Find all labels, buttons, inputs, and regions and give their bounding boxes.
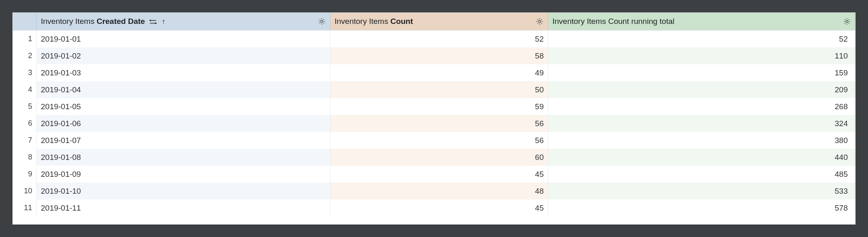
header-created-date-bold: Created Date bbox=[97, 17, 145, 26]
cell-count[interactable]: 58 bbox=[330, 47, 548, 64]
cell-running-total[interactable]: 324 bbox=[548, 115, 855, 132]
table-row: 102019-01-1048533 bbox=[13, 183, 855, 199]
svg-point-6 bbox=[846, 20, 848, 22]
data-table-panel: Inventory Items Created Date ↑ bbox=[12, 12, 856, 225]
row-number: 8 bbox=[13, 149, 37, 166]
cell-running-total[interactable]: 268 bbox=[548, 98, 855, 115]
gear-icon[interactable] bbox=[843, 17, 851, 26]
cell-count[interactable]: 45 bbox=[330, 166, 548, 183]
row-number: 11 bbox=[13, 199, 37, 216]
svg-rect-2 bbox=[149, 20, 151, 21]
table-row: 52019-01-0559268 bbox=[13, 98, 855, 115]
cell-count[interactable]: 52 bbox=[330, 31, 548, 47]
table-row: 62019-01-0656324 bbox=[13, 115, 855, 132]
row-number: 10 bbox=[13, 183, 37, 199]
cell-running-total[interactable]: 209 bbox=[548, 81, 855, 98]
cell-created-date[interactable]: 2019-01-09 bbox=[37, 166, 330, 183]
table-body: 12019-01-01525222019-01-025811032019-01-… bbox=[13, 31, 855, 216]
cell-created-date[interactable]: 2019-01-02 bbox=[37, 47, 330, 64]
cell-count[interactable]: 56 bbox=[330, 132, 548, 149]
cell-created-date[interactable]: 2019-01-10 bbox=[37, 183, 330, 199]
cell-count[interactable]: 50 bbox=[330, 81, 548, 98]
cell-running-total[interactable]: 485 bbox=[548, 166, 855, 183]
table-row: 42019-01-0450209 bbox=[13, 81, 855, 98]
table-row: 32019-01-0349159 bbox=[13, 64, 855, 81]
header-count[interactable]: Inventory Items Count bbox=[330, 13, 548, 31]
cell-running-total[interactable]: 52 bbox=[548, 31, 855, 47]
cell-created-date[interactable]: 2019-01-05 bbox=[37, 98, 330, 115]
header-running-total[interactable]: Inventory Items Count running total bbox=[548, 13, 855, 31]
cell-count[interactable]: 56 bbox=[330, 115, 548, 132]
cell-running-total[interactable]: 110 bbox=[548, 47, 855, 64]
table-row: 82019-01-0860440 bbox=[13, 149, 855, 166]
data-table: Inventory Items Created Date ↑ bbox=[13, 13, 855, 216]
cell-created-date[interactable]: 2019-01-01 bbox=[37, 31, 330, 47]
cell-created-date[interactable]: 2019-01-03 bbox=[37, 64, 330, 81]
gear-icon[interactable] bbox=[318, 17, 326, 26]
cell-running-total[interactable]: 159 bbox=[548, 64, 855, 81]
cell-count[interactable]: 49 bbox=[330, 64, 548, 81]
header-running-total-label: Inventory Items Count running total bbox=[552, 17, 675, 26]
cell-running-total[interactable]: 578 bbox=[548, 199, 855, 216]
row-number: 5 bbox=[13, 98, 37, 115]
cell-created-date[interactable]: 2019-01-06 bbox=[37, 115, 330, 132]
cell-count[interactable]: 45 bbox=[330, 199, 548, 216]
sort-asc-icon: ↑ bbox=[162, 17, 165, 26]
table-row: 72019-01-0756380 bbox=[13, 132, 855, 149]
table-row: 12019-01-015252 bbox=[13, 31, 855, 47]
row-number: 2 bbox=[13, 47, 37, 64]
header-row: Inventory Items Created Date ↑ bbox=[13, 13, 855, 31]
row-number: 3 bbox=[13, 64, 37, 81]
cell-created-date[interactable]: 2019-01-04 bbox=[37, 81, 330, 98]
table-row: 22019-01-0258110 bbox=[13, 47, 855, 64]
pivot-icon bbox=[149, 19, 157, 25]
row-number: 7 bbox=[13, 132, 37, 149]
header-rownum bbox=[13, 13, 37, 31]
cell-count[interactable]: 60 bbox=[330, 149, 548, 166]
cell-count[interactable]: 48 bbox=[330, 183, 548, 199]
cell-running-total[interactable]: 440 bbox=[548, 149, 855, 166]
cell-running-total[interactable]: 533 bbox=[548, 183, 855, 199]
header-created-date-light: Inventory Items bbox=[41, 17, 97, 26]
svg-point-5 bbox=[538, 20, 540, 22]
table-row: 112019-01-1145578 bbox=[13, 199, 855, 216]
row-number: 6 bbox=[13, 115, 37, 132]
cell-count[interactable]: 59 bbox=[330, 98, 548, 115]
header-count-light: Inventory Items bbox=[335, 17, 390, 26]
cell-created-date[interactable]: 2019-01-08 bbox=[37, 149, 330, 166]
cell-running-total[interactable]: 380 bbox=[548, 132, 855, 149]
svg-rect-3 bbox=[155, 23, 156, 24]
header-created-date[interactable]: Inventory Items Created Date ↑ bbox=[37, 13, 330, 31]
svg-point-4 bbox=[321, 20, 323, 22]
cell-created-date[interactable]: 2019-01-07 bbox=[37, 132, 330, 149]
cell-created-date[interactable]: 2019-01-11 bbox=[37, 199, 330, 216]
header-count-bold: Count bbox=[390, 17, 413, 26]
row-number: 9 bbox=[13, 166, 37, 183]
row-number: 1 bbox=[13, 31, 37, 47]
table-row: 92019-01-0945485 bbox=[13, 166, 855, 183]
gear-icon[interactable] bbox=[535, 17, 544, 26]
row-number: 4 bbox=[13, 81, 37, 98]
